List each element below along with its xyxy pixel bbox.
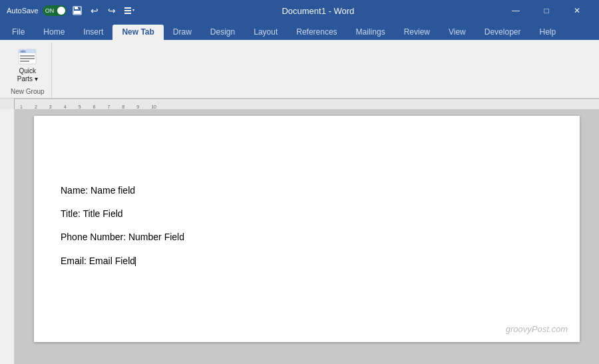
autosave-toggle[interactable]: ON — [43, 5, 67, 16]
svg-marker-7 — [132, 9, 134, 11]
svg-text:abc: abc — [21, 49, 27, 53]
ruler-mark: 8 — [122, 104, 124, 109]
window-controls: — □ ✕ — [500, 0, 592, 21]
ruler-mark: 6 — [93, 104, 96, 109]
tab-review[interactable]: Review — [395, 25, 439, 40]
tab-mailings[interactable]: Mailings — [347, 25, 395, 40]
doc-line-1-text: Name: Name field — [61, 185, 135, 196]
tab-view[interactable]: View — [439, 25, 475, 40]
svg-rect-6 — [124, 13, 131, 14]
svg-rect-5 — [124, 10, 131, 11]
left-margin — [0, 109, 15, 364]
watermark: groovyPost.com — [506, 324, 568, 334]
ruler-mark: 10 — [151, 104, 156, 109]
tab-developer[interactable]: Developer — [475, 25, 530, 40]
document-page[interactable]: Name: Name field Title: Title Field Phon… — [34, 116, 580, 342]
document-area: Name: Name field Title: Title Field Phon… — [0, 109, 599, 364]
tab-design[interactable]: Design — [201, 25, 244, 40]
ruler-marks: 1 2 3 4 5 6 7 8 9 10 — [15, 99, 599, 109]
toggle-knob — [57, 7, 65, 15]
ruler-mark: 7 — [107, 104, 110, 109]
maximize-button[interactable]: □ — [531, 0, 562, 21]
svg-rect-13 — [20, 61, 29, 62]
ruler-mark: 9 — [136, 104, 139, 109]
doc-line-4-text: Email: Email Field — [61, 256, 135, 266]
quick-parts-label: QuickParts ▾ — [17, 67, 38, 83]
customize-qat-icon[interactable] — [122, 4, 136, 17]
doc-line-2-text: Title: Title Field — [61, 208, 123, 219]
tab-help[interactable]: Help — [530, 25, 565, 40]
tab-layout[interactable]: Layout — [244, 25, 287, 40]
redo-icon[interactable]: ↪ — [105, 4, 118, 17]
doc-line-1: Name: Name field — [61, 182, 553, 199]
quick-parts-icon: abc — [17, 46, 38, 67]
tab-insert[interactable]: Insert — [74, 25, 112, 40]
undo-icon[interactable]: ↩ — [88, 4, 101, 17]
window-title: Document1 - Word — [282, 6, 354, 16]
title-bar-left: AutoSave ON ↩ ↪ — [7, 4, 136, 17]
doc-line-4: Email: Email Field — [61, 253, 553, 270]
ruler-area: 1 2 3 4 5 6 7 8 9 10 — [0, 98, 599, 109]
doc-line-2: Title: Title Field — [61, 206, 553, 222]
ruler-mark: 5 — [79, 104, 81, 109]
quick-parts-button[interactable]: abc QuickParts ▾ — [11, 44, 43, 85]
tab-references[interactable]: References — [287, 25, 346, 40]
title-bar: AutoSave ON ↩ ↪ Document — [0, 0, 599, 21]
ruler-mark: 4 — [64, 104, 67, 109]
svg-rect-3 — [78, 7, 79, 9]
minimize-button[interactable]: — — [500, 0, 531, 21]
svg-rect-4 — [124, 7, 131, 9]
svg-rect-12 — [20, 58, 35, 59]
tab-file[interactable]: File — [3, 25, 34, 40]
document-content: Name: Name field Title: Title Field Phon… — [61, 182, 553, 270]
tab-draw[interactable]: Draw — [164, 25, 201, 40]
doc-scroll-area[interactable]: Name: Name field Title: Title Field Phon… — [15, 109, 599, 364]
close-button[interactable]: ✕ — [562, 0, 592, 21]
tab-new-tab[interactable]: New Tab — [112, 25, 163, 40]
doc-line-3: Phone Number: Number Field — [61, 229, 553, 246]
text-cursor — [135, 257, 136, 266]
ribbon-group-new: abc QuickParts ▾ New Group — [4, 43, 52, 98]
ribbon-tabs: File Home Insert New Tab Draw Design Lay… — [0, 21, 599, 40]
tab-home[interactable]: Home — [34, 25, 74, 40]
doc-line-3-text: Phone Number: Number Field — [61, 232, 184, 242]
autosave-label: AutoSave — [7, 7, 39, 15]
save-icon[interactable] — [71, 4, 84, 17]
toggle-on-text: ON — [45, 7, 55, 14]
svg-rect-2 — [74, 11, 81, 14]
ruler-corner — [0, 98, 15, 109]
horizontal-ruler: 1 2 3 4 5 6 7 8 9 10 — [15, 98, 599, 109]
ruler-mark: 3 — [49, 104, 52, 109]
new-group-label: New Group — [11, 88, 45, 96]
svg-rect-11 — [20, 55, 35, 57]
ruler-mark: 2 — [35, 104, 37, 109]
ribbon-content: abc QuickParts ▾ New Group — [0, 40, 599, 98]
ruler-mark: 1 — [20, 104, 23, 109]
